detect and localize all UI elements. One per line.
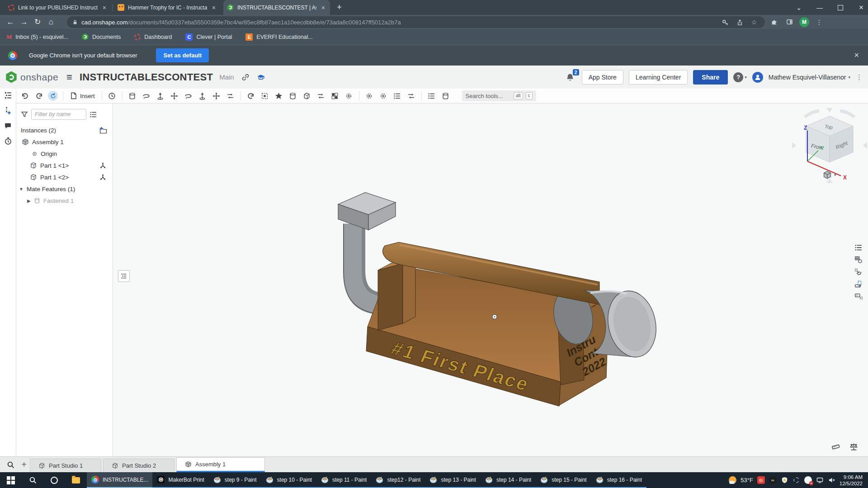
security-shield-icon[interactable]: !: [781, 476, 788, 484]
tab-part-studio-2[interactable]: Part Studio 2: [103, 459, 175, 472]
user-avatar[interactable]: [752, 72, 763, 83]
viewcube-arrow-left[interactable]: [792, 142, 797, 149]
weather-temp[interactable]: 53°F: [741, 477, 753, 483]
bookmark-clever[interactable]: CClever | Portal: [185, 33, 232, 41]
redo-icon[interactable]: [34, 91, 44, 101]
forward-icon[interactable]: →: [17, 16, 31, 28]
replicate-icon[interactable]: [344, 91, 354, 101]
group-icon[interactable]: [302, 91, 312, 101]
learning-flag-icon[interactable]: [257, 73, 265, 81]
tree-item-part1[interactable]: Part 1 <1>: [16, 160, 113, 171]
browser-tab-2[interactable]: Hammer Trophy for IC - Instructa ×: [114, 0, 221, 15]
chevron-right-icon[interactable]: ▶: [27, 198, 31, 203]
taskbar-app-paint-11[interactable]: step 11 - Paint: [316, 472, 372, 488]
viewcube-arrow-right[interactable]: [863, 142, 867, 149]
reload-icon[interactable]: ↻: [31, 16, 44, 28]
undo-icon[interactable]: [20, 91, 30, 101]
browser-tab-3-active[interactable]: INSTRUCTABLESCONTEST | Asse ×: [223, 0, 330, 15]
start-button[interactable]: [0, 472, 22, 488]
taskbar-app-makerbot[interactable]: ⓂMakerBot Print: [152, 472, 208, 488]
search-tools-input[interactable]: Search tools... alt c: [462, 90, 536, 101]
mate-connector-icon[interactable]: [99, 174, 106, 181]
view-options-menu[interactable]: ▾: [823, 170, 836, 179]
gear-relation-icon[interactable]: [364, 91, 374, 101]
viewcube-rotate-ccw[interactable]: [805, 111, 819, 117]
file-explorer-icon[interactable]: [65, 472, 87, 488]
window-close-button[interactable]: ×: [851, 0, 868, 15]
link-icon[interactable]: [241, 73, 250, 81]
list-view-icon[interactable]: [90, 111, 97, 118]
tangent-mate-icon[interactable]: [226, 91, 236, 101]
tree-group-mate-features[interactable]: ▼ Mate Features (1): [16, 183, 113, 195]
exploded-view-icon[interactable]: [852, 266, 865, 278]
browser-tab-1[interactable]: Link to your PUBLISHED Instructa ×: [5, 0, 111, 15]
revert-clock-icon[interactable]: [107, 91, 117, 101]
taskbar-search-icon[interactable]: [22, 472, 43, 488]
follow-mate-icon[interactable]: [316, 91, 326, 101]
tree-item-fastened[interactable]: ▶ Fastened 1: [16, 195, 113, 206]
origin-marker[interactable]: [492, 314, 497, 319]
taskbar-app-paint-10[interactable]: step 10 - Paint: [261, 472, 316, 488]
window-maximize-button[interactable]: [830, 0, 851, 15]
taskbar-clock[interactable]: 9:06 AM 12/5/2022: [840, 474, 865, 487]
document-menu-icon[interactable]: ≡: [66, 72, 72, 82]
feature-list-icon[interactable]: [4, 91, 12, 99]
snap-mode-icon[interactable]: [246, 91, 256, 101]
add-instance-icon[interactable]: [4, 107, 12, 115]
side-panel-icon[interactable]: [784, 17, 795, 28]
tab-assembly-1[interactable]: Assembly 1: [176, 457, 265, 472]
box-select-icon[interactable]: [260, 91, 270, 101]
filter-funnel-icon[interactable]: [21, 111, 28, 118]
taskbar-app-paint-9[interactable]: step 9 - Paint: [209, 472, 261, 488]
cylindrical-mate-icon[interactable]: [184, 91, 193, 101]
planar-mate-icon[interactable]: [170, 91, 179, 101]
address-bar[interactable]: cad.onshape.com/documents/f45d0337eba555…: [67, 16, 765, 28]
share-page-icon[interactable]: [734, 17, 745, 28]
tree-item-origin[interactable]: Origin: [16, 148, 113, 160]
fastened-mate-icon[interactable]: [127, 91, 137, 101]
tab-search-caret-icon[interactable]: ⌄: [788, 0, 809, 15]
bookmark-inbox[interactable]: MInbox (5) - esquivel...: [6, 33, 68, 41]
app-store-button[interactable]: App Store: [582, 70, 623, 84]
weather-icon[interactable]: [729, 476, 736, 484]
hammer-trophy-model[interactable]: Instru Conte 2022 #1 First Place: [113, 103, 868, 456]
extensions-puzzle-icon[interactable]: [769, 17, 779, 28]
mate-connector-icon[interactable]: [99, 162, 106, 169]
creative-cloud-icon[interactable]: ∞: [769, 476, 777, 484]
graphics-viewport[interactable]: Instru Conte 2022 #1 First Place: [113, 103, 868, 456]
display-states-icon[interactable]: [441, 91, 451, 101]
taskbar-app-paint-13[interactable]: step 13 - Paint: [425, 472, 480, 488]
user-menu[interactable]: Mathew Esquivel-Villasenor▾: [769, 74, 850, 81]
appearance-panel-icon[interactable]: [852, 242, 865, 253]
viewcube-rotate-cw[interactable]: [840, 111, 854, 117]
taskbar-app-paint-16[interactable]: step 16 - Paint: [591, 472, 646, 488]
help-menu[interactable]: ?▾: [733, 72, 747, 82]
infobar-close-icon[interactable]: ×: [854, 51, 859, 60]
tree-item-assembly[interactable]: Assembly 1: [16, 136, 113, 148]
pin-slot-mate-icon[interactable]: [198, 91, 208, 101]
trophy-left-wall[interactable]: [378, 257, 415, 330]
belt-relation-icon[interactable]: [406, 91, 416, 101]
revolute-mate-icon[interactable]: [142, 91, 151, 101]
onshape-logo[interactable]: onshape: [5, 71, 58, 83]
new-tab-button[interactable]: +: [332, 0, 347, 15]
update-sync-icon[interactable]: [48, 91, 58, 101]
taskbar-app-paint-14[interactable]: step 14 - Paint: [481, 472, 536, 488]
comments-icon[interactable]: [4, 122, 12, 130]
home-icon[interactable]: ⌂: [44, 16, 58, 28]
tape-measure-icon[interactable]: [831, 442, 840, 451]
insert-folder-icon[interactable]: [99, 127, 107, 134]
screw-relation-icon[interactable]: [392, 91, 402, 101]
insert-button[interactable]: Insert: [68, 91, 97, 100]
part-star-icon[interactable]: [274, 91, 284, 101]
chrome-profile-avatar[interactable]: M: [799, 17, 809, 27]
learning-center-button[interactable]: Learning Center: [629, 70, 688, 84]
bom-table-icon[interactable]: [427, 91, 437, 101]
tree-item-part2[interactable]: Part 1 <2>: [16, 171, 113, 183]
ball-mate-icon[interactable]: [212, 91, 222, 101]
taskbar-app-chrome[interactable]: INSTRUCTABLE...: [87, 472, 152, 488]
chrome-menu-icon[interactable]: ⋮: [814, 17, 825, 28]
share-button[interactable]: Share: [693, 70, 728, 84]
add-tab-button[interactable]: +: [18, 458, 30, 471]
bookmark-documents[interactable]: Documents: [82, 33, 121, 40]
